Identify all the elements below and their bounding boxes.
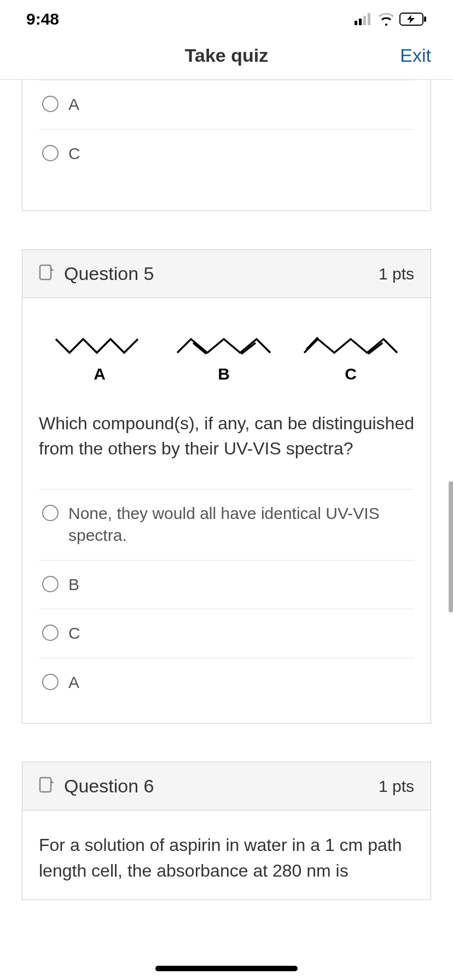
flag-icon[interactable] [39, 777, 55, 796]
radio-icon [42, 576, 59, 592]
wifi-icon [378, 13, 395, 26]
option-row[interactable]: C [39, 609, 414, 658]
question-body: For a solution of aspirin in water in a … [22, 810, 431, 883]
page-title: Take quiz [185, 45, 268, 66]
question-title: Question 5 [64, 263, 154, 284]
option-row[interactable]: None, they would all have identical UV-V… [39, 489, 414, 560]
compound-c: C [301, 331, 400, 383]
option-row[interactable]: B [39, 560, 414, 609]
question-card-5: Question 5 1 pts A B [22, 249, 431, 724]
svg-rect-1 [359, 19, 362, 25]
option-row[interactable]: A [39, 658, 414, 707]
nav-bar: Take quiz Exit [0, 34, 453, 80]
radio-icon [42, 96, 59, 112]
option-label: None, they would all have identical UV-V… [68, 503, 411, 547]
svg-rect-6 [40, 265, 51, 279]
compound-label: B [175, 365, 273, 383]
question-card-6: Question 6 1 pts For a solution of aspir… [22, 762, 431, 900]
svg-rect-3 [368, 13, 370, 25]
question-points: 1 pts [379, 265, 414, 283]
compound-structures: A B C [39, 320, 414, 400]
option-label: A [68, 94, 79, 116]
svg-line-9 [306, 337, 318, 349]
svg-line-8 [241, 343, 255, 354]
question-title: Question 6 [64, 775, 154, 797]
option-row[interactable]: A [39, 80, 414, 129]
svg-rect-2 [363, 16, 366, 25]
home-indicator[interactable] [155, 966, 298, 971]
exit-button[interactable]: Exit [400, 45, 431, 66]
radio-icon [42, 674, 59, 690]
scrollbar-thumb[interactable] [449, 481, 453, 612]
option-row[interactable]: C [39, 129, 414, 178]
svg-rect-11 [40, 778, 51, 792]
question-points: 1 pts [379, 777, 414, 796]
question-text: For a solution of aspirin in water in a … [39, 832, 414, 883]
svg-rect-0 [355, 21, 357, 25]
radio-icon [42, 505, 59, 521]
status-icons [355, 13, 427, 26]
question-text: Which compound(s), if any, can be distin… [39, 411, 414, 462]
question-body: A B C [22, 298, 431, 489]
option-label: A [68, 672, 79, 694]
compound-label: C [301, 365, 400, 383]
option-label: C [68, 143, 80, 165]
svg-rect-5 [424, 16, 426, 22]
option-label: C [68, 622, 80, 645]
question-card-prev: A C [22, 80, 431, 211]
compound-a: A [53, 331, 146, 383]
svg-line-10 [368, 343, 382, 354]
status-time: 9:48 [26, 10, 59, 28]
question-header: Question 5 1 pts [22, 250, 431, 298]
compound-label: A [53, 365, 146, 383]
svg-line-7 [193, 343, 206, 354]
question-header: Question 6 1 pts [22, 762, 431, 810]
radio-icon [42, 625, 59, 641]
status-bar: 9:48 [0, 0, 453, 34]
battery-icon [399, 13, 427, 26]
flag-icon[interactable] [39, 264, 55, 284]
signal-icon [355, 13, 373, 25]
radio-icon [42, 145, 59, 161]
compound-b: B [175, 331, 273, 383]
option-label: B [68, 574, 79, 596]
